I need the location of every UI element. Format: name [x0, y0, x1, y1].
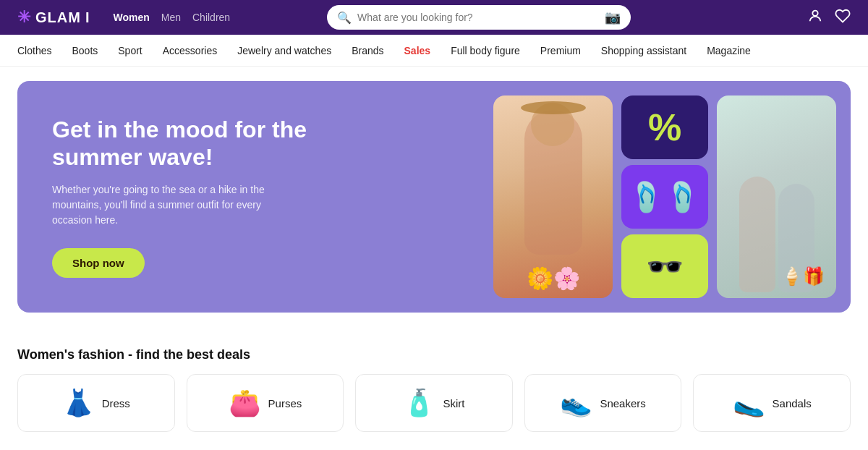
- category-navigation: Clothes Boots Sport Accessories Jewelry …: [0, 35, 868, 67]
- logo-i: I: [85, 9, 90, 26]
- deals-section-title: Women's fashion - find the best deals: [17, 347, 851, 362]
- hero-subtitle: Whether you're going to the sea or a hik…: [52, 182, 298, 228]
- dress-label: Dress: [102, 397, 130, 409]
- cat-premium[interactable]: Premium: [540, 45, 581, 56]
- category-card-sandals[interactable]: 🥿 Sandals: [693, 374, 851, 432]
- cat-boots[interactable]: Boots: [72, 45, 98, 56]
- shop-now-button[interactable]: Shop now: [52, 248, 145, 278]
- hero-title: Get in the mood for the summer wave!: [52, 116, 341, 171]
- gender-nav: Women Men Children: [113, 12, 230, 23]
- cat-accessories[interactable]: Accessories: [163, 45, 217, 56]
- percent-icon: %: [648, 109, 681, 146]
- category-card-dress[interactable]: 👗 Dress: [17, 374, 175, 432]
- slippers-icon2: 🩴: [665, 180, 701, 214]
- nav-user-icons: [807, 8, 851, 27]
- cat-full-body-figure[interactable]: Full body figure: [451, 45, 520, 56]
- dress-icon: 👗: [62, 388, 95, 418]
- cat-clothes[interactable]: Clothes: [17, 45, 51, 56]
- hero-photo-women2: 🍦🎁: [717, 95, 836, 298]
- nav-women[interactable]: Women: [113, 12, 149, 23]
- cat-sport[interactable]: Sport: [118, 45, 142, 56]
- logo-star-icon: ✳: [17, 8, 31, 27]
- deals-section: Women's fashion - find the best deals 👗 …: [0, 327, 868, 443]
- search-bar: 🔍 📷: [327, 5, 631, 30]
- skirt-icon: 🧴: [403, 388, 435, 418]
- account-button[interactable]: [807, 8, 823, 27]
- camera-icon[interactable]: 📷: [605, 9, 621, 25]
- hero-text-block: Get in the mood for the summer wave! Whe…: [52, 116, 341, 279]
- purses-label: Purses: [268, 397, 302, 409]
- heart-icon: [835, 8, 851, 24]
- sunglasses-icon: 🕶️: [646, 249, 684, 284]
- category-card-purses[interactable]: 👛 Purses: [187, 374, 344, 432]
- purse-icon: 👛: [229, 388, 261, 418]
- svg-point-0: [812, 10, 817, 15]
- cat-jewelry[interactable]: Jewelry and watches: [237, 45, 331, 56]
- percent-icon-cell: %: [621, 95, 708, 159]
- slippers-icon-cell: 🩴 🩴: [621, 165, 708, 229]
- nav-children[interactable]: Children: [192, 12, 230, 23]
- wishlist-button[interactable]: [835, 8, 851, 27]
- hero-photo-woman: 🌼🌸: [493, 95, 613, 298]
- cat-sales[interactable]: Sales: [404, 45, 431, 56]
- sunglasses-icon-cell: 🕶️: [621, 234, 708, 298]
- sneaker-icon: 👟: [560, 388, 592, 418]
- logo-text: GLAM: [35, 9, 81, 26]
- hero-banner: Get in the mood for the summer wave! Whe…: [17, 81, 851, 313]
- hero-visuals: 🌼🌸 % 🩴 🩴 🕶️: [493, 81, 836, 313]
- category-card-sneakers[interactable]: 👟 Sneakers: [524, 374, 682, 432]
- slippers-icon: 🩴: [629, 180, 665, 214]
- cat-shopping-assistant[interactable]: Shopping assistant: [601, 45, 686, 56]
- cat-brands[interactable]: Brands: [352, 45, 383, 56]
- search-icon: 🔍: [337, 11, 352, 25]
- nav-men[interactable]: Men: [161, 12, 181, 23]
- sneakers-label: Sneakers: [600, 397, 645, 409]
- top-navigation: ✳ GLAMI Women Men Children 🔍 📷: [0, 0, 868, 35]
- search-input[interactable]: [357, 12, 599, 23]
- account-icon: [807, 8, 823, 24]
- sandals-label: Sandals: [773, 397, 812, 409]
- category-card-skirt[interactable]: 🧴 Skirt: [355, 374, 513, 432]
- cat-magazine[interactable]: Magazine: [707, 45, 751, 56]
- brand-logo[interactable]: ✳ GLAMI: [17, 8, 90, 27]
- sandal-icon: 🥿: [733, 388, 765, 418]
- category-cards-list: 👗 Dress 👛 Purses 🧴 Skirt 👟 Sneakers 🥿 Sa…: [17, 374, 851, 432]
- skirt-label: Skirt: [443, 397, 464, 409]
- hero-icon-grid: % 🩴 🩴 🕶️: [621, 95, 708, 298]
